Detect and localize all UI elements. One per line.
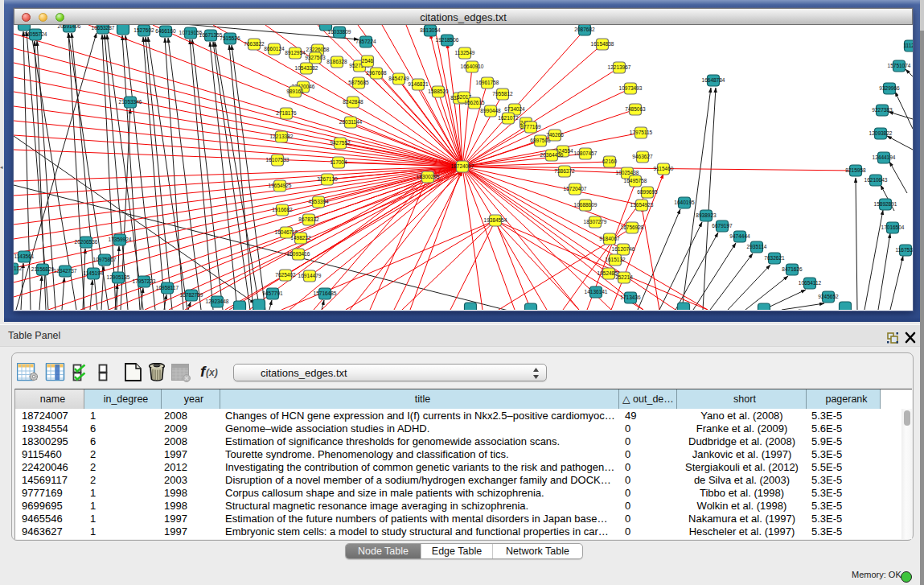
svg-text:15716485: 15716485 [314,290,337,296]
svg-text:2967608: 2967608 [366,70,387,76]
svg-text:7632621: 7632621 [764,255,785,261]
svg-text:1498222: 1498222 [290,235,311,241]
svg-text:28031144: 28031144 [339,119,363,125]
svg-text:16210643: 16210643 [864,177,888,183]
svg-text:15720407: 15720407 [564,186,587,192]
svg-text:18307279: 18307279 [584,219,607,225]
svg-text:19654925: 19654925 [269,183,292,188]
svg-text:21053346: 21053346 [119,99,142,105]
svg-text:10975867: 10975867 [93,257,117,262]
svg-text:989161: 989161 [286,89,304,94]
svg-text:1713436: 1713436 [620,295,641,300]
svg-text:17359924: 17359924 [109,237,132,242]
svg-text:17975115: 17975115 [630,130,653,135]
svg-text:16640910: 16640910 [461,64,484,69]
svg-text:2935114: 2935114 [747,244,767,249]
svg-text:62160: 62160 [602,159,617,164]
svg-text:11125: 11125 [903,43,913,48]
svg-text:9245652: 9245652 [818,294,839,299]
svg-text:8678332: 8678332 [298,216,319,222]
svg-text:3267130: 3267130 [317,176,338,182]
svg-text:20691406: 20691406 [58,25,81,29]
svg-text:16120746: 16120746 [612,246,635,252]
svg-text:8938923: 8938923 [696,212,717,218]
svg-text:6466160: 6466160 [155,28,176,34]
svg-text:18724007: 18724007 [451,163,474,169]
svg-text:7485063: 7485063 [625,106,646,112]
svg-text:17016504: 17016504 [881,225,905,230]
svg-text:2087682: 2087682 [574,27,595,32]
svg-text:8990448: 8990448 [480,108,501,113]
svg-text:13654923: 13654923 [630,202,654,208]
svg-text:16914479: 16914479 [298,273,322,278]
svg-text:8912954: 8912954 [285,50,306,56]
svg-text:4353394: 4353394 [308,199,329,204]
svg-text:21156829: 21156829 [31,266,55,272]
svg-text:2546: 2546 [362,58,374,64]
svg-text:16093416: 16093416 [287,251,310,257]
svg-text:1143561: 1143561 [14,253,35,259]
svg-text:10543382: 10543382 [295,65,318,71]
svg-text:12923448: 12923448 [206,299,229,304]
svg-text:10653287: 10653287 [92,25,115,31]
svg-text:8215958: 8215958 [845,167,866,173]
svg-text:10654112: 10654112 [799,280,822,286]
svg-text:19384554: 19384554 [484,217,507,223]
svg-text:18300295: 18300295 [417,174,440,179]
svg-text:2718176: 2718176 [276,110,297,116]
svg-text:7955812: 7955812 [492,91,513,97]
svg-text:9457791: 9457791 [262,290,283,296]
svg-text:9463627: 9463627 [632,154,653,159]
svg-text:7386372: 7386372 [554,168,575,174]
svg-text:7663822: 7663822 [244,41,265,47]
svg-text:9115460: 9115460 [654,166,674,171]
svg-text:12093822: 12093822 [869,130,893,136]
svg-text:8242848: 8242848 [343,99,363,105]
svg-text:9474444: 9474444 [729,233,750,239]
svg-text:12213382: 12213382 [270,134,294,139]
svg-text:6734024: 6734024 [504,106,525,112]
svg-text:16961758: 16961758 [476,80,499,85]
svg-text:746266: 746266 [546,132,564,138]
svg-text:12342737: 12342737 [54,268,77,274]
svg-text:1145194: 1145194 [84,270,104,276]
svg-text:12905135: 12905135 [107,274,130,280]
svg-text:15892891: 15892891 [874,201,897,207]
svg-text:14136141: 14136141 [585,289,608,295]
svg-text:9327503: 9327503 [305,55,326,60]
svg-text:(x): (x) [206,367,218,378]
svg-text:5875685: 5875685 [348,80,369,85]
svg-text:7625402: 7625402 [275,272,296,278]
svg-text:12444194: 12444194 [873,154,896,160]
svg-text:6897508: 6897508 [530,138,551,143]
svg-text:20364436: 20364436 [540,152,564,158]
svg-text:16107533: 16107533 [266,157,290,163]
svg-text:9184067: 9184067 [599,236,620,241]
svg-text:23226058: 23226058 [306,47,330,52]
svg-text:16958117: 16958117 [156,285,179,290]
svg-text:1132549: 1132549 [455,50,475,56]
svg-text:10807457: 10807457 [574,150,598,156]
svg-text:9227383: 9227383 [872,107,893,113]
svg-text:1640195: 1640195 [674,200,695,205]
svg-text:1916682: 1916682 [272,207,293,212]
svg-text:6679197: 6679197 [712,223,733,229]
svg-text:17957223: 17957223 [133,278,156,284]
svg-text:8186328: 8186328 [326,59,347,64]
svg-text:16033809: 16033809 [328,29,351,35]
svg-text:8660124: 8660124 [264,46,285,51]
svg-text:3915112: 3915112 [14,266,23,271]
svg-text:10688609: 10688609 [574,202,598,208]
svg-text:20206536: 20206536 [75,239,98,245]
svg-text:1615132: 1615132 [605,257,626,262]
svg-text:252214: 252214 [615,274,633,280]
svg-text:14055724: 14055724 [24,31,47,37]
svg-text:1527602: 1527602 [133,27,154,33]
svg-text:1167533: 1167533 [896,247,913,253]
svg-text:1588520: 1588520 [428,89,449,94]
svg-text:10025438: 10025438 [616,170,639,175]
svg-text:10973493: 10973493 [619,85,643,91]
svg-text:16756928: 16756928 [621,225,644,230]
svg-text:16154838: 16154838 [591,41,614,47]
svg-text:8471626: 8471626 [782,266,803,272]
